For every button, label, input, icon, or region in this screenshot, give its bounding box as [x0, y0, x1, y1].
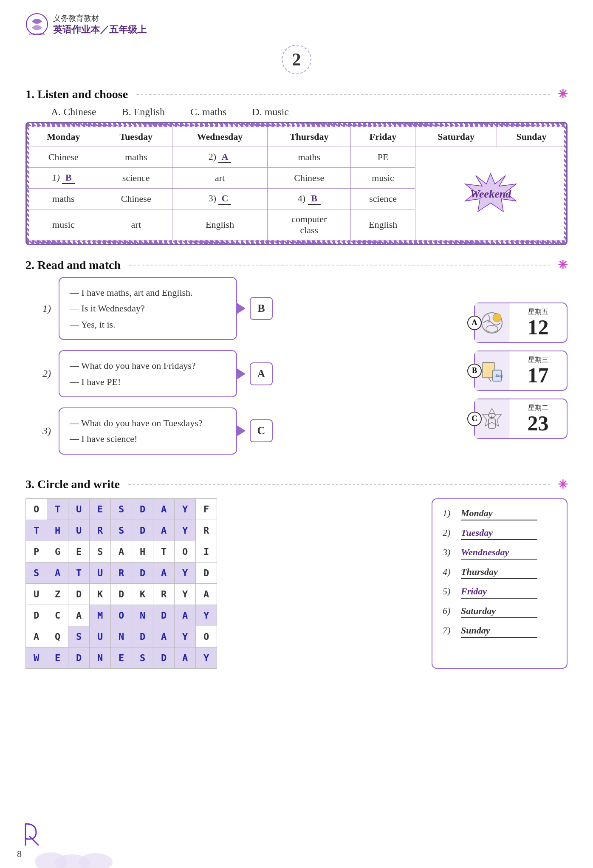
td-ans2: 2) A: [172, 147, 268, 168]
schedule-table: Monday Tuesday Wednesday Thursday Friday…: [27, 127, 566, 240]
match-dialog-1: — I have maths, art and English. — Is it…: [59, 277, 237, 340]
ws-cell: Y: [175, 626, 196, 647]
answer-num-4: 4): [443, 566, 457, 577]
svg-point-6: [486, 325, 498, 332]
answer-1: B: [62, 172, 75, 184]
ws-cell: O: [175, 541, 196, 562]
td-maths2: maths: [268, 147, 351, 168]
page-number-circle: 2: [282, 45, 311, 74]
td-science2: science: [351, 189, 415, 209]
section3-title: 3. Circle and write ✳: [25, 478, 568, 492]
header-text: 义务教育教材 英语作业本／五年级上: [53, 13, 147, 36]
ws-cell: Y: [175, 583, 196, 605]
ws-cell: P: [26, 541, 47, 562]
td-maths1: maths: [100, 147, 172, 168]
ws-cell: R: [90, 520, 111, 541]
ws-cell: D: [196, 562, 217, 583]
ws-cell: E: [68, 541, 90, 562]
section1-star: ✳: [558, 87, 568, 101]
answer-item-1: 1) Monday: [443, 508, 556, 520]
match-answer-1: B: [250, 297, 273, 320]
svg-text:Weekend: Weekend: [470, 188, 511, 200]
header-bottom-text: 英语作业本／五年级上: [53, 23, 147, 36]
section1-title: 1. Listen and choose ✳: [25, 87, 568, 101]
match-answer-2: A: [250, 362, 273, 385]
choice-a: A. Chinese: [51, 106, 96, 118]
td-english1: English: [172, 209, 268, 240]
answer-num-6: 6): [443, 605, 457, 616]
section3-content: OTUESDAYFTHURSDAYRPGESAHTOISATURDAYDUZDK…: [25, 498, 568, 669]
ws-row: SATURDAYD: [26, 562, 217, 583]
ws-cell: A: [153, 626, 175, 647]
section1-divider: [136, 94, 550, 95]
table-header-row: Monday Tuesday Wednesday Thursday Friday…: [27, 127, 566, 147]
th-saturday: Saturday: [415, 127, 497, 147]
logo-icon: ZOMPCHEN: [25, 13, 49, 36]
ws-cell: A: [153, 520, 175, 541]
ws-cell: A: [26, 626, 47, 647]
section2-divider: [129, 265, 550, 266]
choices-row: A. Chinese B. English C. maths D. music: [51, 106, 568, 118]
ws-cell: O: [26, 498, 47, 520]
card-date-b: 17: [528, 365, 549, 386]
td-ans1: 1) B: [27, 168, 100, 189]
ws-cell: D: [26, 605, 47, 626]
td-music: music: [351, 168, 415, 189]
th-friday: Friday: [351, 127, 415, 147]
dialog-line-1c: — Yes, it is.: [70, 317, 226, 332]
wordsearch-wrapper: OTUESDAYFTHURSDAYRPGESAHTOISATURDAYDUZDK…: [25, 498, 415, 669]
ws-cell: S: [132, 647, 153, 668]
ws-cell: U: [90, 626, 111, 647]
choice-d: D. music: [252, 106, 289, 118]
card-info-b: 星期三 17: [509, 351, 567, 390]
td-chinese2: Chinese: [268, 168, 351, 189]
ws-cell: Y: [175, 562, 196, 583]
ws-cell: Y: [175, 498, 196, 520]
ws-cell: C: [47, 605, 68, 626]
ws-cell: M: [90, 605, 111, 626]
choice-b: B. English: [122, 106, 165, 118]
ws-cell: R: [196, 520, 217, 541]
ws-cell: R: [111, 562, 132, 583]
ws-cell: A: [68, 605, 90, 626]
ws-cell: W: [26, 647, 47, 668]
sports-icon: [479, 310, 505, 336]
answer-item-3: 3) Wendnesday: [443, 547, 556, 560]
ws-cell: K: [132, 583, 153, 605]
section3-divider: [128, 484, 550, 485]
ws-cell: R: [153, 583, 175, 605]
match-num-1: 1): [42, 303, 59, 314]
ws-cell: A: [153, 562, 175, 583]
th-thursday: Thursday: [268, 127, 351, 147]
header: ZOMPCHEN 义务教育教材 英语作业本／五年级上: [25, 13, 568, 36]
page-number-container: 2: [25, 45, 568, 74]
ws-cell: E: [111, 647, 132, 668]
section2-title: 2. Read and match ✳: [25, 258, 568, 272]
section2: 2. Read and match ✳ 1) — I have maths, a…: [25, 258, 568, 465]
calendar-card-b: B Eng 星期三 17: [474, 351, 568, 391]
card-date-a: 12: [528, 317, 549, 338]
card-label-b: B: [467, 364, 482, 378]
cloud-decorations: [34, 843, 119, 868]
ws-cell: D: [132, 520, 153, 541]
match-layout: 1) — I have maths, art and English. — Is…: [25, 277, 568, 465]
ws-cell: N: [90, 647, 111, 668]
answer-num-7: 7): [443, 625, 457, 636]
dialog-line-3b: — I have science!: [70, 431, 226, 447]
ws-cell: K: [90, 583, 111, 605]
ws-cell: U: [26, 583, 47, 605]
ws-cell: A: [175, 647, 196, 668]
svg-text:ZOMPCHEN: ZOMPCHEN: [29, 32, 45, 36]
ws-row: OTUESDAYF: [26, 498, 217, 520]
ws-cell: N: [132, 605, 153, 626]
match-item-3: 3) — What do you have on Tuesdays? — I h…: [42, 407, 461, 455]
ws-cell: S: [68, 626, 90, 647]
answer-val-1: Monday: [461, 508, 537, 520]
weekend-cell: Weekend: [415, 147, 566, 240]
ws-cell: E: [47, 647, 68, 668]
calendar-card-c: C 星期二 23: [474, 399, 568, 439]
td-music2: music: [27, 209, 100, 240]
ws-cell: Q: [47, 626, 68, 647]
ws-row: AQSUNDAYO: [26, 626, 217, 647]
match-dialog-3: — What do you have on Tuesdays? — I have…: [59, 407, 237, 455]
